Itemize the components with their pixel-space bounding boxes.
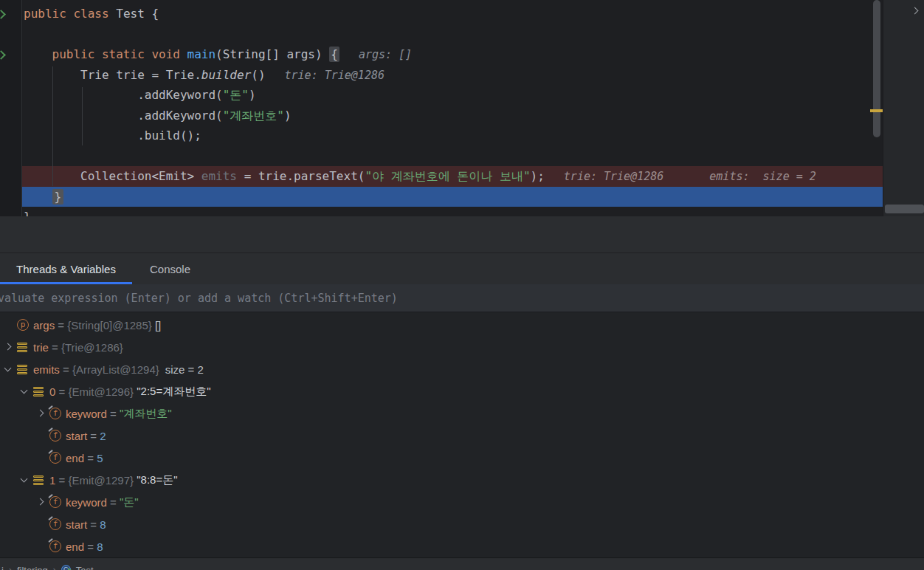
- code-token: public: [52, 47, 95, 61]
- code-line[interactable]: .addKeyword("계좌번호"): [22, 106, 883, 126]
- variable-reference: {Trie@1286}: [61, 341, 123, 354]
- variable-row[interactable]: 1 = {Emit@1297} "8:8=돈": [0, 469, 924, 491]
- code-token: .build();: [24, 128, 201, 142]
- code-token: [24, 190, 52, 204]
- code-line[interactable]: public class Test {: [22, 4, 883, 24]
- breadcrumb-separator: ›: [53, 565, 56, 570]
- code-line[interactable]: }: [22, 187, 883, 207]
- code-token: void: [151, 47, 180, 61]
- code-token: public: [24, 7, 66, 21]
- breadcrumb-bar: i › filtering › C Test: [0, 557, 924, 570]
- tab-label: Threads & Variables: [16, 263, 116, 275]
- code-token: main: [187, 47, 216, 61]
- variable-row[interactable]: trie = {Trie@1286}: [0, 336, 924, 358]
- inline-debug-hint: trie: Trie@1286: [564, 170, 663, 183]
- chevron-down-icon[interactable]: [18, 385, 33, 397]
- variable-row[interactable]: fstart = 2: [0, 425, 924, 447]
- equals-sign: =: [107, 496, 120, 509]
- variable-name: 0: [49, 385, 55, 398]
- variable-reference: {String[0]@1285}: [67, 319, 155, 332]
- equals-sign: =: [107, 408, 120, 420]
- split-scrollbar-thumb[interactable]: [885, 205, 924, 213]
- variable-name: args: [33, 319, 55, 332]
- chevron-right-icon[interactable]: [34, 408, 49, 419]
- indent-guide: [52, 66, 53, 186]
- object-icon: [33, 386, 44, 397]
- code-area[interactable]: public class Test { public static void m…: [22, 0, 883, 216]
- code-line[interactable]: }: [22, 207, 883, 216]
- equals-sign: =: [60, 363, 72, 376]
- field-icon: f: [49, 408, 61, 419]
- code-token: [145, 47, 152, 61]
- tab-label: Console: [150, 263, 190, 275]
- expand-chevron-icon[interactable]: [911, 7, 919, 15]
- code-lines: public class Test { public static void m…: [22, 0, 883, 216]
- run-arrow-icon[interactable]: [0, 50, 6, 60]
- code-token: [66, 7, 74, 21]
- code-line[interactable]: public static void main(String[] args) {…: [22, 44, 883, 65]
- breadcrumb-item[interactable]: filtering: [17, 565, 48, 570]
- variable-row[interactable]: 0 = {Emit@1296} "2:5=계좌번호": [0, 380, 924, 402]
- variable-row[interactable]: fend = 8: [0, 535, 924, 557]
- variable-row[interactable]: fkeyword = "돈": [0, 491, 924, 513]
- class-icon: C: [61, 565, 71, 570]
- code-token: class: [73, 7, 108, 21]
- variable-row[interactable]: pargs = {String[0]@1285} []: [0, 314, 924, 336]
- equals-sign: =: [55, 385, 68, 398]
- code-line[interactable]: [22, 24, 883, 45]
- tab-threads-variables[interactable]: Threads & Variables: [0, 253, 132, 284]
- code-line[interactable]: .build();: [22, 126, 883, 146]
- chevron-spacer: [34, 540, 49, 552]
- chevron-spacer: [1, 319, 17, 331]
- field-icon: f: [49, 452, 61, 464]
- variable-value: 8: [97, 540, 103, 553]
- code-token: "야 계좌번호에 돈이나 보내": [365, 169, 530, 183]
- evaluate-expression-input[interactable]: valuate expression (Enter) or add a watc…: [0, 284, 924, 312]
- chevron-down-icon[interactable]: [1, 363, 17, 375]
- chevron-down-icon[interactable]: [18, 474, 33, 486]
- run-arrow-icon[interactable]: [0, 10, 6, 19]
- modified-lines-marker[interactable]: [870, 109, 883, 112]
- equals-sign: =: [55, 474, 68, 487]
- debug-toolbar-area: [0, 216, 924, 253]
- variable-row[interactable]: emits = {ArrayList@1294}size = 2: [0, 358, 924, 380]
- variable-name: 1: [49, 474, 55, 487]
- variable-row[interactable]: fend = 5: [0, 447, 924, 469]
- chevron-right-icon[interactable]: [1, 341, 17, 353]
- indent-guide: [82, 87, 83, 145]
- chevron-spacer: [34, 430, 49, 442]
- code-token: {: [329, 47, 339, 62]
- code-line[interactable]: [22, 146, 883, 167]
- chevron-right-icon[interactable]: [34, 496, 49, 508]
- code-token: "계좌번호": [223, 109, 284, 123]
- field-icon: f: [49, 518, 61, 530]
- code-line[interactable]: Trie trie = Trie.builder()trie: Trie@128…: [22, 65, 883, 86]
- breadcrumb-item[interactable]: i: [1, 565, 4, 570]
- variable-name: start: [66, 430, 87, 442]
- code-token: }: [24, 210, 31, 216]
- variable-value: 8: [100, 518, 106, 531]
- code-token: }: [52, 189, 64, 205]
- breadcrumb-item[interactable]: Test: [76, 565, 94, 570]
- code-token: Test {: [109, 7, 159, 21]
- code-token: = trie.parseText(: [237, 169, 365, 183]
- variable-reference: {Emit@1296}: [68, 385, 137, 398]
- debug-tab-bar: Threads & Variables Console: [0, 253, 924, 284]
- variable-value: 2: [100, 430, 106, 442]
- variable-value: []: [155, 319, 161, 332]
- editor-gutter[interactable]: [0, 0, 22, 216]
- variable-value: "8:8=돈": [137, 473, 177, 487]
- variable-reference: {Emit@1297}: [68, 474, 137, 487]
- variable-row[interactable]: fstart = 8: [0, 513, 924, 535]
- code-token: [94, 47, 102, 61]
- editor-scrollbar-thumb[interactable]: [873, 0, 880, 137]
- code-line[interactable]: Collection<Emit> emits = trie.parseText(…: [22, 166, 883, 187]
- object-icon: [33, 475, 44, 486]
- evaluate-placeholder: valuate expression (Enter) or add a watc…: [0, 292, 398, 305]
- variable-value: 5: [97, 452, 103, 464]
- variable-name: trie: [33, 341, 49, 354]
- variable-name: keyword: [66, 408, 107, 420]
- tab-console[interactable]: Console: [132, 253, 208, 284]
- variable-row[interactable]: fkeyword = "계좌번호": [0, 402, 924, 425]
- code-line[interactable]: .addKeyword("돈"): [22, 85, 883, 106]
